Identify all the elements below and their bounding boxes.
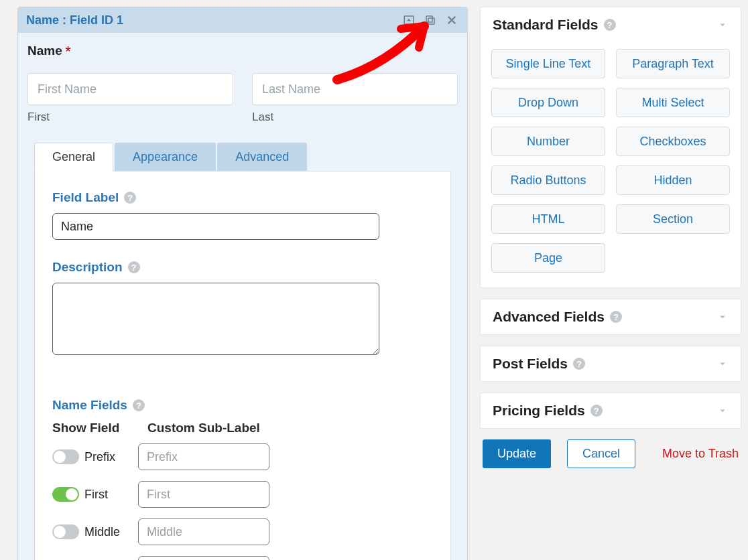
tab-advanced[interactable]: Advanced [217, 143, 307, 171]
field-multi-select[interactable]: Multi Select [616, 88, 730, 117]
name-fields-heading: Name Fields [52, 398, 127, 413]
last-name-input[interactable] [252, 73, 458, 105]
first-name-input[interactable] [27, 73, 233, 105]
toggle-middle[interactable] [52, 524, 79, 539]
close-icon[interactable] [444, 13, 459, 27]
update-button[interactable]: Update [483, 439, 551, 468]
row-label-middle: Middle [84, 525, 133, 539]
duplicate-icon[interactable] [423, 13, 438, 27]
panel-advanced-fields[interactable]: Advanced Fields ? [480, 299, 741, 335]
chevron-down-icon[interactable] [716, 311, 729, 323]
description-textarea[interactable] [52, 283, 379, 355]
tab-content-general: Field Label ? Description ? Name Fields … [34, 171, 451, 560]
svg-rect-2 [426, 16, 432, 22]
sublabel-input-last[interactable] [138, 556, 269, 560]
help-icon[interactable]: ? [573, 358, 585, 370]
cancel-button[interactable]: Cancel [567, 439, 635, 468]
field-paragraph-text[interactable]: Paragraph Text [616, 49, 730, 78]
field-single-line-text[interactable]: Single Line Text [491, 49, 605, 78]
help-icon[interactable]: ? [604, 19, 616, 31]
preview-field-label: Name [27, 44, 62, 58]
panel-post-fields[interactable]: Post Fields ? [480, 346, 741, 382]
last-sublabel: Last [252, 111, 458, 124]
toggle-prefix[interactable] [52, 449, 79, 464]
help-icon[interactable]: ? [124, 192, 136, 204]
field-page[interactable]: Page [491, 243, 605, 273]
panel-standard-fields: Standard Fields ? Single Line Text Parag… [480, 7, 741, 288]
field-section[interactable]: Section [616, 204, 730, 234]
sublabel-input-middle[interactable] [138, 518, 269, 545]
chevron-down-icon[interactable] [716, 19, 729, 31]
help-icon[interactable]: ? [133, 399, 145, 411]
field-html[interactable]: HTML [491, 204, 605, 234]
collapse-icon[interactable] [401, 13, 416, 27]
row-label-prefix: Prefix [84, 450, 133, 464]
row-label-first: First [84, 488, 133, 502]
field-editor-panel: Name : Field ID 1 [17, 7, 468, 560]
svg-rect-1 [428, 18, 434, 24]
required-asterisk: * [65, 43, 71, 60]
help-icon[interactable]: ? [590, 405, 603, 417]
panel-title-advanced: Advanced Fields [493, 309, 605, 325]
toggle-first[interactable] [52, 487, 79, 502]
field-header: Name : Field ID 1 [18, 7, 467, 33]
field-header-title: Name : Field ID 1 [26, 13, 401, 27]
chevron-down-icon[interactable] [716, 358, 729, 370]
first-sublabel: First [27, 111, 233, 124]
field-hidden[interactable]: Hidden [616, 165, 730, 195]
field-number[interactable]: Number [491, 127, 605, 156]
move-to-trash-link[interactable]: Move to Trash [662, 447, 739, 461]
tab-appearance[interactable]: Appearance [115, 143, 216, 171]
panel-pricing-fields[interactable]: Pricing Fields ? [480, 393, 741, 429]
field-radio-buttons[interactable]: Radio Buttons [491, 165, 605, 195]
description-heading: Description [52, 260, 123, 275]
col-show-field: Show Field [52, 421, 133, 435]
panel-title-standard: Standard Fields [493, 17, 599, 33]
field-drop-down[interactable]: Drop Down [491, 88, 605, 117]
chevron-down-icon[interactable] [716, 405, 729, 417]
help-icon[interactable]: ? [610, 311, 622, 323]
field-label-input[interactable] [52, 213, 379, 240]
sublabel-input-first[interactable] [138, 481, 269, 508]
field-label-heading: Field Label [52, 190, 119, 205]
help-icon[interactable]: ? [128, 261, 140, 273]
tab-general[interactable]: General [34, 143, 113, 171]
panel-title-pricing: Pricing Fields [493, 403, 585, 419]
field-checkboxes[interactable]: Checkboxes [616, 127, 730, 156]
panel-title-post: Post Fields [493, 356, 568, 372]
sublabel-input-prefix[interactable] [138, 443, 269, 470]
col-custom-sublabel: Custom Sub-Label [147, 421, 260, 435]
